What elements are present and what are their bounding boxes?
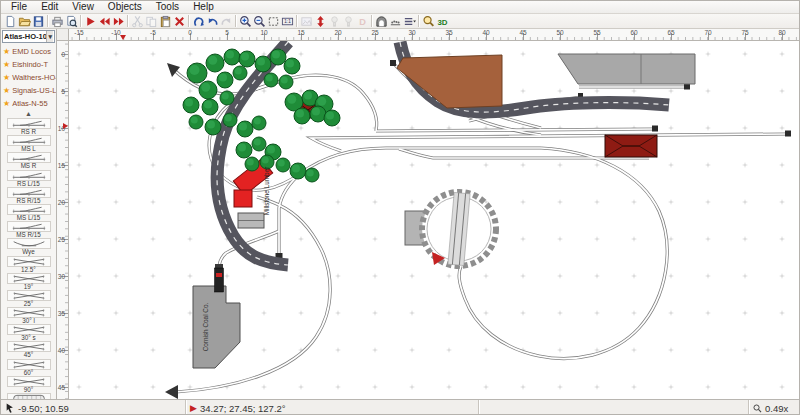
toolbar-zoom-out-button[interactable]	[252, 14, 266, 28]
status-bar: -9.50; 10.59 ▶ 34.27; 27.45; 127.2° 0.49…	[1, 399, 800, 415]
track-parts-list: RS RMS LMS RRS L/15RS R/15MS L/15MS R/15…	[1, 118, 56, 399]
crossing-icon	[8, 291, 50, 300]
tree-highlight	[272, 51, 280, 59]
scroll-up-icon[interactable]: ▲	[1, 110, 56, 118]
toolbar-separator	[127, 15, 128, 27]
star-icon: ★	[3, 47, 10, 56]
library-item-walthers-ho-co[interactable]: ★Walthers-HO-Co	[1, 71, 56, 84]
toolbar-tunnel-button[interactable]	[374, 14, 388, 28]
toolbar-new-file-button[interactable]	[3, 14, 17, 28]
part-19-[interactable]: 19°	[1, 273, 56, 290]
menu-edit[interactable]: Edit	[34, 1, 65, 13]
wye-icon	[8, 239, 50, 248]
tree-highlight	[219, 74, 227, 82]
star-icon: ★	[3, 60, 10, 69]
ruler-cursor-marker	[120, 35, 126, 40]
paste-icon	[159, 15, 172, 28]
star-icon: ★	[3, 99, 10, 108]
toolbar-print-button[interactable]	[50, 14, 64, 28]
toolbar-open-file-button[interactable]	[17, 14, 31, 28]
toolbar-cut-button[interactable]	[130, 14, 144, 28]
crossing-icon	[8, 257, 50, 266]
tree-highlight	[222, 92, 229, 99]
toolbar-view-3d-button[interactable]: 3D	[435, 14, 449, 28]
zoom-actual-icon: 1:1	[281, 15, 294, 28]
ruler-corner	[57, 29, 69, 41]
ruler-label: 25	[57, 236, 65, 243]
part-label: 90°	[24, 387, 34, 393]
status-zoom-section: 0.49x	[749, 400, 800, 415]
part-thumbnail	[7, 256, 51, 267]
part-30-l[interactable]: 30° l	[1, 307, 56, 324]
part-90-[interactable]: 90°	[1, 376, 56, 393]
toolbar-delete-button[interactable]	[172, 14, 186, 28]
ruler-label: 20	[334, 29, 341, 36]
part-25-[interactable]: 25°	[1, 290, 56, 307]
copy-icon	[145, 15, 158, 28]
chevron-down-icon[interactable]: ▾	[46, 31, 53, 42]
toolbar-zoom-window-button[interactable]	[266, 14, 280, 28]
part-12-5-[interactable]: 12.5°	[1, 256, 56, 273]
building-red-small	[234, 190, 252, 207]
toolbar-layers-menu-button[interactable]	[402, 14, 416, 28]
menu-tools[interactable]: Tools	[149, 1, 186, 13]
library-item-signals-us-l[interactable]: ★Signals-US-L	[1, 84, 56, 97]
part-ms-l-15[interactable]: MS L/15	[1, 204, 56, 221]
toolbar-find-button[interactable]	[421, 14, 435, 28]
part-label: RS R	[21, 129, 36, 135]
toolbar-pin-left-button[interactable]	[327, 14, 341, 28]
library-item-eishindo-t[interactable]: ★Eishindo-T	[1, 58, 56, 71]
layout-canvas[interactable]: Millstone Lumber Cornish Coal Co.	[69, 41, 800, 399]
cornish-coal-label: Cornish Coal Co.	[202, 302, 209, 351]
library-dropdown[interactable]: Atlas-HO-100 ▾	[2, 30, 55, 43]
undo-icon	[192, 15, 205, 28]
library-item-label: Signals-US-L	[12, 86, 56, 95]
run-trains-icon	[84, 15, 97, 28]
library-item-emd-locos[interactable]: ★EMD Locos	[1, 45, 56, 58]
ruler-label: 40	[57, 347, 65, 354]
zoom-window-icon	[267, 15, 280, 28]
part-60-[interactable]: 60°	[1, 359, 56, 376]
toolbar-step-back-button[interactable]	[97, 14, 111, 28]
library-sidebar: Atlas-HO-100 ▾ ★EMD Locos★Eishindo-T★Wal…	[1, 29, 57, 399]
menu-view[interactable]: View	[65, 1, 101, 13]
part-label: RS R/15	[17, 198, 41, 204]
toolbar-redo-button[interactable]	[219, 14, 233, 28]
part-30-s[interactable]: 30° s	[1, 324, 56, 341]
ruler-label: 5	[57, 88, 65, 95]
library-item-atlas-n-55[interactable]: ★Atlas-N-55	[1, 97, 56, 110]
cut-icon	[131, 15, 144, 28]
crossing-icon	[8, 274, 50, 283]
toolbar-print-preview-button[interactable]	[64, 14, 78, 28]
part-rs-r-15[interactable]: RS R/15	[1, 187, 56, 204]
tree-highlight	[267, 146, 275, 154]
toolbar-paste-button[interactable]	[158, 14, 172, 28]
toolbar-undo-alt-button[interactable]	[205, 14, 219, 28]
cursor-icon	[5, 402, 15, 414]
part-ms-r[interactable]: MS R	[1, 152, 56, 169]
part-thumbnail	[7, 359, 51, 370]
part-wye[interactable]: Wye	[1, 238, 56, 255]
toolbar-separator	[235, 15, 236, 27]
toolbar-heights-button[interactable]	[313, 14, 327, 28]
toolbar-dimensions-button[interactable]: D	[355, 14, 369, 28]
toolbar-save-file-button[interactable]	[31, 14, 45, 28]
menu-help[interactable]: Help	[186, 1, 221, 13]
toolbar-zoom-in-button[interactable]	[238, 14, 252, 28]
part-ms-r-15[interactable]: MS R/15	[1, 221, 56, 238]
toolbar-step-forward-button[interactable]	[111, 14, 125, 28]
ruler-label: -15	[74, 29, 83, 36]
part-ms-l[interactable]: MS L	[1, 135, 56, 152]
toolbar-zoom-actual-button[interactable]: 1:1	[280, 14, 294, 28]
part-45-[interactable]: 45°	[1, 341, 56, 358]
toolbar-pin-right-button[interactable]	[341, 14, 355, 28]
part-rs-r[interactable]: RS R	[1, 118, 56, 135]
menu-file[interactable]: File	[4, 1, 34, 13]
toolbar-background-image-button[interactable]	[299, 14, 313, 28]
toolbar-copy-button[interactable]	[144, 14, 158, 28]
menu-objects[interactable]: Objects	[101, 1, 149, 13]
part-rs-l-15[interactable]: RS L/15	[1, 170, 56, 187]
toolbar-ballast-button[interactable]	[388, 14, 402, 28]
toolbar-undo-button[interactable]	[191, 14, 205, 28]
toolbar-run-trains-button[interactable]	[83, 14, 97, 28]
